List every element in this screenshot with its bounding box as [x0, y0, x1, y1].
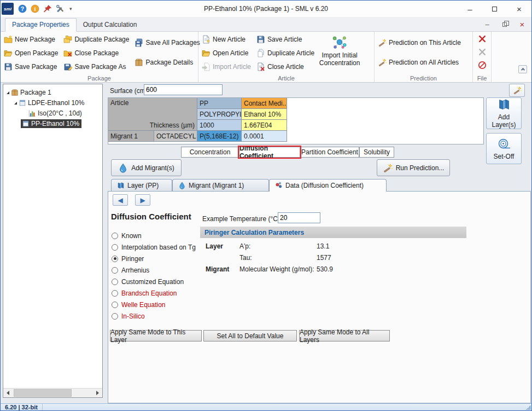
save-all-packages-button[interactable]: Save All Packages [132, 36, 202, 49]
save-package-button[interactable]: Save Package [2, 60, 60, 73]
duplicate-package-button[interactable]: Duplicate Package [61, 33, 131, 46]
radio-label: Welle Equation [121, 301, 166, 309]
prediction-this-article-button[interactable]: Prediction on This Article [376, 36, 471, 49]
maximize-button[interactable] [482, 1, 507, 17]
minimize-button[interactable]: – [458, 1, 482, 17]
scroll-right-button[interactable] [93, 389, 102, 397]
close-package-button[interactable]: Close Package [61, 47, 131, 60]
tab-concentration[interactable]: Concentration [181, 147, 239, 158]
radio-in-silico[interactable]: In-Silico [112, 310, 196, 322]
diffusion-mode-group: Known Interpolation based on Tg Piringer… [112, 230, 196, 322]
radio-label: In-Silico [121, 312, 145, 320]
radio-icon [112, 313, 118, 320]
apply-same-mode-this-layer-button[interactable]: Apply Same Mode to This Layer [110, 330, 202, 341]
apply-same-mode-all-layers-button[interactable]: Apply Same Mode to All Layers [299, 330, 390, 341]
grid-cell-concentration-value[interactable]: 0.0001 [242, 131, 287, 141]
param-value: 530.9 [317, 265, 466, 273]
tree-item-ldpe-ethanol[interactable]: LDPE-Ethanol 10% [3, 98, 102, 108]
open-article-button[interactable]: Open Article [200, 47, 253, 60]
version-status: 6.20 | 32-bit [5, 404, 38, 410]
pin-icon[interactable] [43, 4, 52, 13]
mdi-restore-button[interactable] [499, 20, 511, 29]
info-icon[interactable] [31, 4, 39, 13]
button-label: Set-Off [494, 153, 515, 160]
grid-cell-simulant[interactable]: Ethanol 10% [242, 109, 287, 119]
resize-grip[interactable] [525, 404, 531, 410]
previous-button[interactable]: ◀ [113, 194, 128, 206]
tree-item-package-1[interactable]: Package 1 [3, 88, 102, 97]
close-article-button[interactable]: Close Article [254, 60, 317, 73]
close-button[interactable]: × [507, 1, 531, 17]
set-off-button[interactable]: Set-Off [486, 133, 522, 164]
tab-package-properties[interactable]: Package Properties [5, 18, 77, 32]
grid-cell-migrant-name[interactable]: OCTADECYL ... [154, 131, 197, 141]
save-article-button[interactable]: Save Article [254, 33, 317, 46]
maximize-icon [492, 7, 497, 11]
open-package-button[interactable]: Open Package [2, 47, 60, 60]
grid-cell-volume-value[interactable]: 1.667E04 [242, 120, 287, 130]
ribbon-tab-bar: Package Properties Output Calculation – … [1, 17, 531, 32]
mdi-minimize-button[interactable]: – [481, 20, 493, 29]
save-package-as-button[interactable]: Save Package As [61, 60, 131, 73]
new-article-button[interactable]: New Article [200, 33, 253, 46]
prediction-all-articles-button[interactable]: Prediction on All Articles [376, 56, 471, 69]
ribbon-group-package: New Package Open Package Save Package Du… [1, 32, 198, 82]
set-all-default-value-button[interactable]: Set All to Default Value [203, 330, 297, 341]
radio-piringer[interactable]: Piringer [112, 253, 196, 264]
grid-cell-article-header[interactable]: Article Thickness (µm) [108, 98, 197, 130]
help-icon[interactable] [18, 4, 27, 13]
new-package-button[interactable]: New Package [2, 33, 60, 46]
scrollbar-thumb[interactable] [14, 389, 72, 397]
button-label: Duplicate Package [74, 36, 129, 43]
scroll-left-button[interactable] [3, 389, 13, 397]
tab-diffusion-coefficient[interactable]: Diffusion Coefficient [239, 147, 300, 158]
article-grid: Article Thickness (µm) PP Contact Medi..… [108, 98, 287, 142]
radio-interpolation-tg[interactable]: Interpolation based on Tg [112, 241, 196, 253]
qat-dropdown-icon[interactable]: ▾ [69, 6, 72, 11]
close-file-icon[interactable] [478, 34, 487, 43]
surface-input[interactable] [144, 84, 223, 95]
grid-cell-migrant-header[interactable]: Migrant 1 [108, 131, 154, 141]
add-layers-button[interactable]: Add Layer(s) [486, 97, 522, 129]
wizard-button[interactable] [509, 84, 525, 97]
tools-icon[interactable] [56, 4, 65, 13]
grid-cell-contact-media-header[interactable]: Contact Medi... [242, 98, 287, 108]
scrollbar-track[interactable] [13, 389, 93, 397]
tab-solubility[interactable]: Solubility [359, 147, 394, 158]
run-prediction-button[interactable]: Run Prediction... [377, 159, 450, 176]
mdi-close-button[interactable]: × [516, 20, 528, 29]
grid-cell-layer-name[interactable]: PP [197, 98, 241, 108]
tree-horizontal-scrollbar[interactable] [3, 388, 102, 397]
package-icon [11, 89, 19, 96]
tab-migrant[interactable]: Migrant (Migrant 1) [172, 179, 269, 191]
duplicate-article-button[interactable]: Duplicate Article [254, 47, 317, 60]
grid-cell-diffusion-value-selected[interactable]: P(5,168E-12) [197, 131, 241, 141]
button-label: Save Package As [74, 63, 126, 71]
tree-item-pp-ethanol-selected[interactable]: PP-Ethanol 10% [3, 119, 102, 129]
radio-arrhenius[interactable]: Arrhenius [112, 264, 196, 276]
tab-layer[interactable]: Layer (PP) [111, 179, 172, 191]
import-initial-concentration-button[interactable]: Import Initial Concentration [318, 33, 361, 74]
cancel-icon[interactable] [478, 61, 487, 70]
add-migrants-button[interactable]: Add Migrant(s) [111, 159, 182, 176]
radio-welle-equation[interactable]: Welle Equation [112, 299, 196, 310]
tab-partition-coefficient[interactable]: Partition Coefficient [300, 147, 359, 158]
tree-item-iso-condition[interactable]: Iso(20°C , 10d) [3, 108, 102, 118]
button-label: New Package [15, 36, 55, 43]
tab-output-calculation[interactable]: Output Calculation [77, 19, 144, 31]
radio-known[interactable]: Known [112, 230, 196, 241]
grid-cell-thickness-value[interactable]: 1000 [197, 120, 241, 130]
expander-icon[interactable] [7, 91, 9, 94]
example-temperature-input[interactable] [278, 212, 320, 223]
radio-customized-equation[interactable]: Customized Equation [112, 276, 196, 287]
new-package-icon [4, 35, 13, 44]
radio-label: Brandsch Equation [121, 290, 177, 297]
tab-data-diffusion-coefficient[interactable]: Data (Diffusion Coefficient) [269, 179, 387, 192]
package-details-button[interactable]: Package Details [132, 56, 202, 69]
ribbon-collapse-button[interactable] [518, 65, 527, 73]
expander-icon[interactable] [14, 102, 17, 105]
radio-brandsch-equation[interactable]: Brandsch Equation [112, 287, 196, 299]
grid-cell-polymer[interactable]: POLYPROPYL... [197, 109, 241, 119]
roll-icon [498, 137, 511, 150]
next-button[interactable]: ▶ [135, 194, 150, 206]
